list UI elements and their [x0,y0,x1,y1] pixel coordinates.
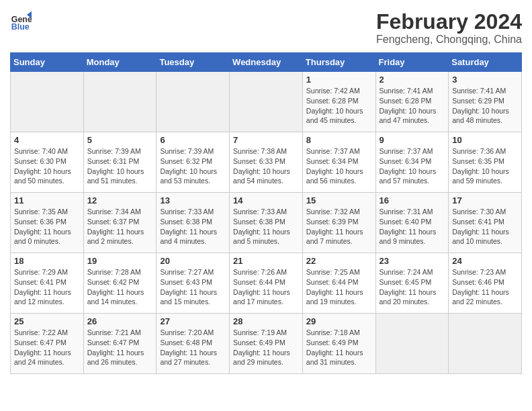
calendar-cell: 12Sunrise: 7:34 AM Sunset: 6:37 PM Dayli… [83,193,157,253]
calendar-cell: 8Sunrise: 7:37 AM Sunset: 6:34 PM Daylig… [302,132,375,193]
day-number: 17 [452,195,518,205]
calendar-cell: 4Sunrise: 7:40 AM Sunset: 6:30 PM Daylig… [11,132,84,193]
day-info: Sunrise: 7:33 AM Sunset: 6:38 PM Dayligh… [233,207,299,246]
calendar-subtitle: Fengcheng, Chongqing, China [376,34,522,46]
day-number: 4 [14,135,80,145]
calendar-cell: 16Sunrise: 7:31 AM Sunset: 6:40 PM Dayli… [375,193,449,253]
calendar-cell: 15Sunrise: 7:32 AM Sunset: 6:39 PM Dayli… [302,193,375,253]
day-info: Sunrise: 7:41 AM Sunset: 6:29 PM Dayligh… [452,86,518,126]
day-number: 8 [306,135,372,145]
day-of-week-header: Wednesday [230,53,303,72]
day-info: Sunrise: 7:18 AM Sunset: 6:49 PM Dayligh… [306,328,372,367]
day-info: Sunrise: 7:29 AM Sunset: 6:41 PM Dayligh… [14,267,80,307]
calendar-cell [83,72,157,132]
day-of-week-header: Friday [375,53,449,72]
day-info: Sunrise: 7:39 AM Sunset: 6:31 PM Dayligh… [87,146,153,186]
calendar-cell: 13Sunrise: 7:33 AM Sunset: 6:38 PM Dayli… [157,193,230,253]
day-info: Sunrise: 7:22 AM Sunset: 6:47 PM Dayligh… [14,328,80,367]
day-number: 20 [160,256,226,266]
calendar-cell: 25Sunrise: 7:22 AM Sunset: 6:47 PM Dayli… [11,314,84,374]
day-number: 2 [380,75,445,85]
day-info: Sunrise: 7:30 AM Sunset: 6:41 PM Dayligh… [452,207,518,246]
calendar-week-row: 25Sunrise: 7:22 AM Sunset: 6:47 PM Dayli… [11,314,522,374]
day-number: 18 [14,256,80,266]
day-info: Sunrise: 7:24 AM Sunset: 6:45 PM Dayligh… [380,267,445,307]
title-block: February 2024 Fengcheng, Chongqing, Chin… [376,10,522,46]
day-info: Sunrise: 7:40 AM Sunset: 6:30 PM Dayligh… [14,146,80,186]
calendar-cell: 11Sunrise: 7:35 AM Sunset: 6:36 PM Dayli… [11,193,84,253]
day-number: 1 [306,75,372,85]
day-number: 24 [452,256,518,266]
day-info: Sunrise: 7:38 AM Sunset: 6:33 PM Dayligh… [233,146,299,186]
day-info: Sunrise: 7:19 AM Sunset: 6:49 PM Dayligh… [233,328,299,367]
calendar-cell [230,72,303,132]
calendar-title: February 2024 [376,10,522,34]
calendar-cell [157,72,230,132]
calendar-cell: 27Sunrise: 7:20 AM Sunset: 6:48 PM Dayli… [157,314,230,374]
calendar-week-row: 4Sunrise: 7:40 AM Sunset: 6:30 PM Daylig… [11,132,522,193]
day-of-week-header: Tuesday [157,53,230,72]
day-info: Sunrise: 7:21 AM Sunset: 6:47 PM Dayligh… [87,328,153,367]
day-number: 22 [306,256,372,266]
calendar-cell: 7Sunrise: 7:38 AM Sunset: 6:33 PM Daylig… [230,132,303,193]
day-info: Sunrise: 7:20 AM Sunset: 6:48 PM Dayligh… [160,328,226,367]
day-number: 10 [452,135,518,145]
logo-icon: General Blue [10,10,32,32]
calendar-week-row: 11Sunrise: 7:35 AM Sunset: 6:36 PM Dayli… [11,193,522,253]
day-number: 5 [87,135,153,145]
day-number: 16 [380,195,445,205]
day-info: Sunrise: 7:41 AM Sunset: 6:28 PM Dayligh… [380,86,445,126]
calendar-cell: 3Sunrise: 7:41 AM Sunset: 6:29 PM Daylig… [449,72,522,132]
day-info: Sunrise: 7:37 AM Sunset: 6:34 PM Dayligh… [306,146,372,186]
day-info: Sunrise: 7:26 AM Sunset: 6:44 PM Dayligh… [233,267,299,307]
calendar-cell: 5Sunrise: 7:39 AM Sunset: 6:31 PM Daylig… [83,132,157,193]
day-info: Sunrise: 7:39 AM Sunset: 6:32 PM Dayligh… [160,146,226,186]
day-number: 19 [87,256,153,266]
calendar-week-row: 18Sunrise: 7:29 AM Sunset: 6:41 PM Dayli… [11,253,522,314]
calendar-cell [375,314,449,374]
day-info: Sunrise: 7:33 AM Sunset: 6:38 PM Dayligh… [160,207,226,246]
day-info: Sunrise: 7:35 AM Sunset: 6:36 PM Dayligh… [14,207,80,246]
calendar-cell: 29Sunrise: 7:18 AM Sunset: 6:49 PM Dayli… [302,314,375,374]
day-number: 26 [87,316,153,326]
day-info: Sunrise: 7:36 AM Sunset: 6:35 PM Dayligh… [452,146,518,186]
calendar-cell: 21Sunrise: 7:26 AM Sunset: 6:44 PM Dayli… [230,253,303,314]
day-of-week-header: Saturday [449,53,522,72]
calendar-cell: 24Sunrise: 7:23 AM Sunset: 6:46 PM Dayli… [449,253,522,314]
day-info: Sunrise: 7:23 AM Sunset: 6:46 PM Dayligh… [452,267,518,307]
calendar-cell: 2Sunrise: 7:41 AM Sunset: 6:28 PM Daylig… [375,72,449,132]
calendar-table: SundayMondayTuesdayWednesdayThursdayFrid… [10,52,522,374]
day-info: Sunrise: 7:42 AM Sunset: 6:28 PM Dayligh… [306,86,372,126]
calendar-cell [11,72,84,132]
calendar-cell: 28Sunrise: 7:19 AM Sunset: 6:49 PM Dayli… [230,314,303,374]
calendar-cell: 17Sunrise: 7:30 AM Sunset: 6:41 PM Dayli… [449,193,522,253]
day-number: 12 [87,195,153,205]
svg-text:Blue: Blue [11,22,30,32]
day-info: Sunrise: 7:32 AM Sunset: 6:39 PM Dayligh… [306,207,372,246]
day-info: Sunrise: 7:27 AM Sunset: 6:43 PM Dayligh… [160,267,226,307]
logo: General Blue [10,10,32,32]
day-of-week-header: Sunday [11,53,84,72]
day-info: Sunrise: 7:37 AM Sunset: 6:34 PM Dayligh… [380,146,445,186]
day-number: 14 [233,195,299,205]
page-header: General Blue February 2024 Fengcheng, Ch… [10,10,522,46]
day-info: Sunrise: 7:28 AM Sunset: 6:42 PM Dayligh… [87,267,153,307]
day-number: 7 [233,135,299,145]
calendar-cell: 26Sunrise: 7:21 AM Sunset: 6:47 PM Dayli… [83,314,157,374]
calendar-cell: 6Sunrise: 7:39 AM Sunset: 6:32 PM Daylig… [157,132,230,193]
calendar-cell: 14Sunrise: 7:33 AM Sunset: 6:38 PM Dayli… [230,193,303,253]
calendar-cell: 19Sunrise: 7:28 AM Sunset: 6:42 PM Dayli… [83,253,157,314]
day-number: 13 [160,195,226,205]
day-number: 15 [306,195,372,205]
day-number: 9 [380,135,445,145]
calendar-cell: 18Sunrise: 7:29 AM Sunset: 6:41 PM Dayli… [11,253,84,314]
day-info: Sunrise: 7:25 AM Sunset: 6:44 PM Dayligh… [306,267,372,307]
day-info: Sunrise: 7:34 AM Sunset: 6:37 PM Dayligh… [87,207,153,246]
calendar-cell: 22Sunrise: 7:25 AM Sunset: 6:44 PM Dayli… [302,253,375,314]
day-of-week-header: Monday [83,53,157,72]
calendar-cell: 9Sunrise: 7:37 AM Sunset: 6:34 PM Daylig… [375,132,449,193]
day-number: 29 [306,316,372,326]
calendar-cell: 23Sunrise: 7:24 AM Sunset: 6:45 PM Dayli… [375,253,449,314]
calendar-cell: 10Sunrise: 7:36 AM Sunset: 6:35 PM Dayli… [449,132,522,193]
calendar-body: 1Sunrise: 7:42 AM Sunset: 6:28 PM Daylig… [11,72,522,374]
